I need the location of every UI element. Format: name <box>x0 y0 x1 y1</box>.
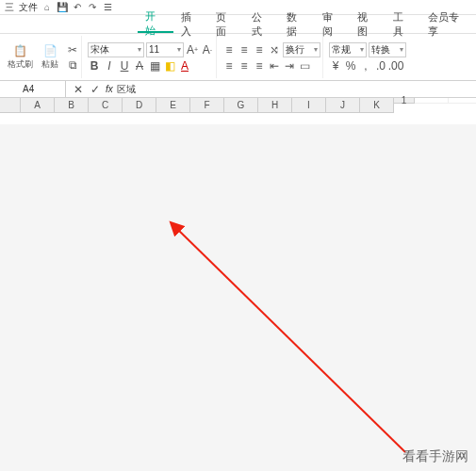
tab-tools[interactable]: 工具 <box>386 15 420 33</box>
italic-icon[interactable]: I <box>103 59 116 73</box>
percent-icon[interactable]: % <box>344 59 357 73</box>
indent-increase-icon[interactable]: ⇥ <box>283 59 296 73</box>
spreadsheet-grid[interactable]: ABCDEFGHIJK121秒隔行填充颜色34区域1月2月3月4月5月6月7月8… <box>0 98 476 124</box>
cancel-icon[interactable]: ✕ <box>72 83 85 96</box>
format-painter-button[interactable]: 📋 格式刷 <box>6 41 34 74</box>
tab-insert[interactable]: 插入 <box>173 15 208 33</box>
accept-icon[interactable]: ✓ <box>89 83 102 96</box>
col-header[interactable]: A <box>21 98 55 113</box>
chevron-down-icon: ▾ <box>138 45 141 54</box>
align-middle-icon[interactable]: ≡ <box>238 43 251 57</box>
row-header[interactable]: 1 <box>394 98 415 104</box>
fx-icon[interactable]: fx <box>106 84 113 94</box>
comma-icon[interactable]: , <box>359 59 372 73</box>
paste-icon: 📄 <box>43 44 57 57</box>
quick-icon[interactable]: ☰ <box>102 2 113 13</box>
app-menu-icon[interactable]: 三 <box>4 2 15 13</box>
merge-icon[interactable]: ▭ <box>298 59 311 73</box>
convert-select[interactable]: 转换▾ <box>369 42 406 57</box>
tab-member[interactable]: 会员专享 <box>420 15 476 33</box>
empty-cell[interactable] <box>415 98 449 104</box>
ribbon-toolbar: 📋 格式刷 📄 粘贴 ✂ ⧉ 宋体▾ 11▾ A+ A- B I U A ▦ <box>0 34 476 81</box>
formula-input[interactable]: 区域 <box>117 83 136 96</box>
home-icon[interactable]: ⌂ <box>41 2 53 13</box>
font-name-select[interactable]: 宋体▾ <box>88 42 144 57</box>
font-group: 宋体▾ 11▾ A+ A- B I U A ▦ ◧ A <box>86 36 217 78</box>
clipboard-icon: 📋 <box>13 44 26 57</box>
tab-page[interactable]: 页面 <box>208 15 243 33</box>
number-format-select[interactable]: 常规▾ <box>329 42 367 57</box>
paste-button[interactable]: 📄 粘贴 <box>36 41 64 74</box>
align-right-icon[interactable]: ≡ <box>253 59 266 73</box>
col-header[interactable]: G <box>224 98 258 113</box>
name-box[interactable]: A4 <box>19 81 66 97</box>
save-icon[interactable]: 💾 <box>57 2 68 13</box>
col-header[interactable]: K <box>360 98 394 113</box>
col-header[interactable]: F <box>190 98 224 113</box>
col-header[interactable]: H <box>258 98 292 113</box>
menu-bar: 开始 插入 页面 公式 数据 审阅 视图 工具 会员专享 <box>0 15 476 34</box>
svg-line-0 <box>177 229 405 452</box>
col-header[interactable]: B <box>55 98 89 113</box>
chevron-down-icon: ▾ <box>177 45 181 54</box>
select-all-corner[interactable] <box>0 98 21 113</box>
undo-icon[interactable]: ↶ <box>72 2 83 13</box>
fill-color-icon[interactable]: ◧ <box>163 59 176 73</box>
chevron-down-icon: ▾ <box>360 45 364 54</box>
wrap-select[interactable]: 换行▾ <box>283 42 320 57</box>
paste-label: 粘贴 <box>41 58 58 71</box>
align-bottom-icon[interactable]: ≡ <box>253 43 266 57</box>
col-header[interactable]: C <box>89 98 123 113</box>
chevron-down-icon: ▾ <box>400 45 403 54</box>
decimal-inc-icon[interactable]: .0 <box>374 59 387 73</box>
clipboard-group: 📋 格式刷 📄 粘贴 ✂ ⧉ <box>4 36 82 78</box>
orientation-icon[interactable]: ⤭ <box>268 43 281 57</box>
font-color-icon[interactable]: A <box>178 59 191 73</box>
align-group: ≡ ≡ ≡ ⤭ 换行▾ ≡ ≡ ≡ ⇤ ⇥ ▭ <box>221 36 323 78</box>
border-icon[interactable]: ▦ <box>148 59 161 73</box>
bold-icon[interactable]: B <box>88 59 101 73</box>
tab-review[interactable]: 审阅 <box>315 15 350 33</box>
tab-formula[interactable]: 公式 <box>244 15 279 33</box>
number-group: 常规▾ 转换▾ ¥ % , .0 .00 <box>327 36 408 78</box>
currency-icon[interactable]: ¥ <box>329 59 342 73</box>
watermark-text: 看看手游网 <box>402 448 468 465</box>
decrease-font-icon[interactable]: A- <box>201 43 214 57</box>
col-header[interactable]: D <box>123 98 156 113</box>
file-menu[interactable]: 文件 <box>19 1 38 14</box>
underline-icon[interactable]: U <box>118 59 131 73</box>
col-header[interactable]: J <box>326 98 360 113</box>
chevron-down-icon: ▾ <box>314 45 318 54</box>
tab-data[interactable]: 数据 <box>279 15 314 33</box>
align-left-icon[interactable]: ≡ <box>222 59 236 73</box>
indent-decrease-icon[interactable]: ⇤ <box>268 59 281 73</box>
strike-icon[interactable]: A <box>133 59 146 73</box>
tab-view[interactable]: 视图 <box>350 15 385 33</box>
format-painter-label: 格式刷 <box>8 58 33 71</box>
font-size-select[interactable]: 11▾ <box>146 42 184 57</box>
align-center-icon[interactable]: ≡ <box>238 59 251 73</box>
redo-icon[interactable]: ↷ <box>87 2 98 13</box>
copy-icon[interactable]: ⧉ <box>66 58 79 72</box>
cut-icon[interactable]: ✂ <box>66 43 79 57</box>
increase-font-icon[interactable]: A+ <box>186 43 199 57</box>
decimal-dec-icon[interactable]: .00 <box>389 59 402 73</box>
col-header[interactable]: E <box>156 98 190 113</box>
col-header[interactable]: I <box>292 98 326 113</box>
tab-start[interactable]: 开始 <box>138 15 172 33</box>
empty-cell[interactable] <box>449 98 476 104</box>
align-top-icon[interactable]: ≡ <box>222 43 236 57</box>
